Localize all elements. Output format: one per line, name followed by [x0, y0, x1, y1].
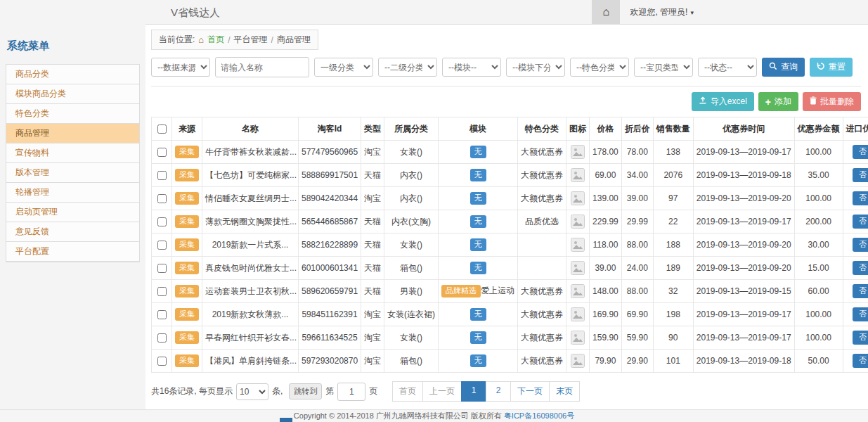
reset-button-label: 重置	[829, 61, 846, 73]
add-button[interactable]: + 添加	[758, 92, 798, 111]
taoke-id-cell: 588869917501	[299, 164, 361, 187]
import-toggle-button[interactable]: 否	[853, 238, 868, 251]
home-button[interactable]: ⌂	[592, 0, 620, 24]
page-button[interactable]: 首页	[392, 381, 423, 402]
sidebar-item[interactable]: 模块商品分类	[6, 84, 139, 104]
import-toggle-button[interactable]: 否	[853, 261, 868, 274]
table-row: 采集牛仔背带裤女秋装减龄...577479560965淘宝女装()无大额优惠券1…	[152, 141, 868, 164]
page-suffix: 页	[369, 385, 377, 397]
category-cell: 箱包()	[384, 257, 439, 280]
row-checkbox[interactable]	[157, 357, 167, 366]
checkbox-cell	[152, 187, 172, 210]
coupon-time-cell: 2019-09-13—2019-09-20	[693, 234, 794, 257]
per-page-select[interactable]: 10	[236, 383, 268, 400]
page-button[interactable]: 2	[486, 381, 511, 402]
row-checkbox[interactable]	[157, 264, 167, 273]
table-footer: 共16条记录, 每页显示 10 条, 跳转到 第 页 首页上一页12下一页末页	[151, 381, 861, 402]
discount-price-cell: 39.00	[621, 187, 653, 210]
sidebar-item[interactable]: 宣传物料	[6, 143, 139, 163]
source-cell: 采集	[172, 326, 202, 350]
price-cell: 229.99	[590, 210, 622, 234]
import-toggle-button[interactable]: 否	[853, 145, 868, 158]
upload-icon	[699, 96, 707, 107]
sales-cell: 90	[653, 326, 693, 350]
import-toggle-button[interactable]: 否	[853, 307, 868, 321]
icp-link[interactable]: 粤ICP备16098006号	[504, 411, 574, 421]
sidebar-item[interactable]: 平台配置	[6, 242, 139, 262]
filter-select[interactable]: --数据来源--	[151, 58, 210, 77]
import-toggle-button[interactable]: 否	[853, 354, 868, 367]
row-checkbox[interactable]	[157, 241, 167, 250]
import-toggle-button[interactable]: 否	[853, 215, 868, 228]
price-cell: 169.90	[590, 303, 622, 326]
name-search-input[interactable]	[215, 57, 309, 77]
pagination: 首页上一页12下一页末页	[393, 381, 580, 402]
import-excel-button[interactable]: 导入excel	[692, 92, 754, 111]
page-button[interactable]: 1	[461, 381, 486, 402]
import-toggle-button[interactable]: 否	[853, 191, 868, 205]
row-checkbox[interactable]	[157, 287, 167, 296]
row-checkbox[interactable]	[157, 310, 167, 319]
icon-cell	[566, 141, 590, 164]
import-toggle-button[interactable]: 否	[853, 168, 868, 181]
module-badge: 无	[470, 308, 486, 320]
row-checkbox[interactable]	[157, 217, 167, 226]
category-cell: 内衣()	[384, 164, 439, 187]
import-select-cell: 否	[843, 280, 868, 303]
filter-select[interactable]: 一级分类	[314, 58, 373, 77]
filter-select[interactable]: --模块--	[442, 58, 501, 77]
row-checkbox[interactable]	[157, 148, 167, 157]
sidebar-item[interactable]: 商品分类	[6, 65, 139, 84]
row-checkbox[interactable]	[157, 194, 167, 203]
discount-price-cell: 88.00	[621, 234, 653, 257]
sidebar-item[interactable]: 轮播管理	[6, 183, 139, 203]
import-toggle-button[interactable]: 否	[853, 284, 868, 298]
row-checkbox[interactable]	[157, 333, 167, 343]
import-select-cell: 否	[843, 350, 868, 373]
sidebar-item[interactable]: 启动页管理	[6, 203, 139, 222]
filter-select[interactable]: --二级分类--	[378, 58, 437, 77]
page-number-input[interactable]	[337, 383, 365, 401]
filter-select[interactable]: --特色分类--	[570, 58, 629, 77]
sidebar-item[interactable]: 特色分类	[6, 104, 139, 124]
reset-button[interactable]: 重置	[810, 58, 853, 77]
filter-select[interactable]: --模块下分类--	[506, 58, 565, 77]
filter-select[interactable]: --宝贝类型--	[634, 58, 693, 77]
product-image	[571, 284, 585, 298]
breadcrumb-home-link[interactable]: 首页	[207, 34, 224, 46]
sidebar-item[interactable]: 意见反馈	[6, 222, 139, 242]
page-button[interactable]: 上一页	[422, 381, 462, 402]
page-button[interactable]: 下一页	[510, 381, 550, 402]
product-name-cell: 运动套装男士卫衣初秋...	[202, 280, 299, 303]
column-header: 优惠券金额	[794, 117, 843, 141]
source-badge: 采集	[175, 215, 199, 227]
query-button[interactable]: 查询	[762, 58, 805, 77]
import-select-cell: 否	[843, 141, 868, 164]
taoke-id-cell: 598451162391	[299, 303, 361, 326]
import-toggle-button[interactable]: 否	[853, 331, 868, 344]
sidebar-item[interactable]: 版本管理	[6, 163, 139, 183]
icon-cell	[566, 187, 590, 210]
user-menu[interactable]: 欢迎您, 管理员!▾	[620, 6, 694, 18]
row-checkbox[interactable]	[157, 171, 167, 180]
import-excel-label: 导入excel	[711, 96, 747, 108]
taoke-id-cell: 596611634525	[299, 326, 361, 350]
page-button[interactable]: 末页	[549, 381, 580, 402]
filter-select[interactable]: --状态--	[698, 58, 757, 77]
checkbox-cell	[152, 280, 172, 303]
checkbox-cell	[152, 141, 172, 164]
batch-delete-button[interactable]: 批量删除	[803, 92, 861, 111]
product-image	[571, 261, 585, 275]
column-header: 折后价	[621, 117, 653, 141]
table-body: 采集牛仔背带裤女秋装减龄...577479560965淘宝女装()无大额优惠券1…	[152, 141, 868, 373]
checkbox-cell	[152, 210, 172, 234]
page: V省钱达人 ⌂ 欢迎您, 管理员!▾ 系统菜单 用户管理平台管理商品分类模块商品…	[0, 0, 868, 422]
module-badge: 无	[470, 354, 486, 366]
plus-icon: +	[765, 97, 771, 107]
jump-button[interactable]: 跳转到	[289, 383, 322, 399]
select-all-checkbox[interactable]	[157, 124, 167, 134]
coupon-time-cell: 2019-09-13—2019-09-17	[693, 326, 794, 350]
sidebar-item[interactable]: 商品管理	[6, 124, 139, 143]
category-cell: 内衣(文胸)	[384, 210, 439, 234]
type-cell: 淘宝	[361, 303, 384, 326]
